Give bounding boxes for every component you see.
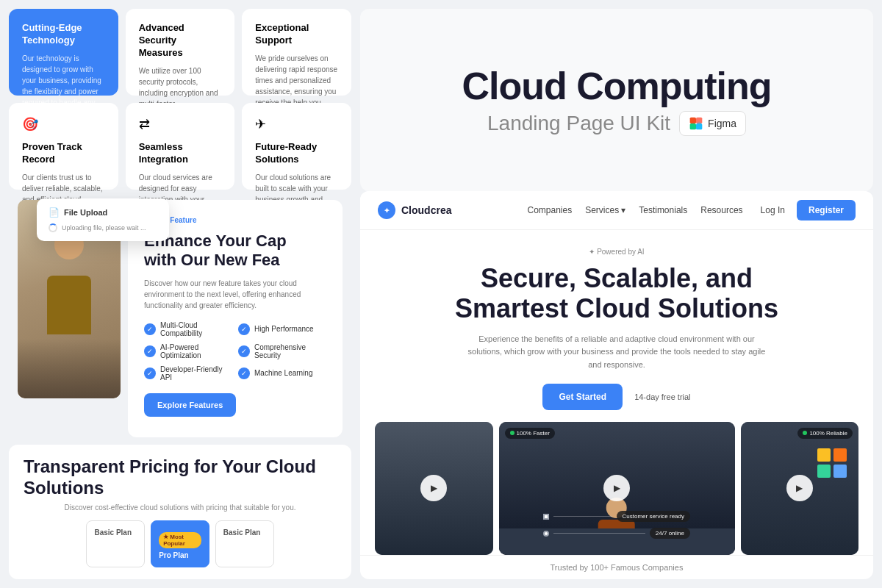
connection-nodes: Customer service ready 24/7 online: [543, 509, 690, 540]
nav-bar: ✦ Cloudcrea Companies Services ▾ Testimo…: [360, 191, 873, 230]
node-line-2: [553, 533, 645, 534]
card-title-1: Cutting-Edge Technology: [22, 22, 105, 47]
video-thumb-3[interactable]: 100% Reliable ▶: [741, 422, 859, 555]
svg-rect-2: [690, 123, 696, 129]
node-label-2: 24/7 online: [650, 528, 690, 539]
hero-buttons: Get Started 14-day free trial: [542, 384, 690, 410]
video-thumb-1[interactable]: ▶ ▶: [375, 422, 493, 555]
video-badge-faster: 100% Faster: [505, 428, 555, 439]
hero-section: ✦ Powered by AI Secure, Scalable, and Sm…: [360, 230, 873, 422]
feature-item-1: ✓ Multi-Cloud Compatibility: [144, 321, 232, 337]
title-block: Cloud Computing Landing Page UI Kit Figm…: [360, 9, 873, 191]
feature-card-future-ready: ✈ Future-Ready Solutions Our cloud solut…: [242, 103, 351, 190]
nav-register-button[interactable]: Register: [797, 200, 856, 220]
nav-login-button[interactable]: Log In: [761, 205, 785, 215]
explore-features-button[interactable]: Explore Features: [144, 393, 236, 417]
trusted-bar: Trusted by 100+ Famous Companies: [360, 555, 873, 579]
card-title-4: Proven Track Record: [22, 141, 105, 166]
sticky-4: [833, 465, 847, 478]
feature-list: ✓ Multi-Cloud Compatibility ✓ High Perfo…: [144, 321, 326, 381]
new-feature-badge: New Feature: [144, 216, 326, 224]
feature-card-support: Exceptional Support We pride ourselves o…: [242, 9, 351, 96]
new-feature-title: Enhance Your Capwith Our New Fea: [144, 232, 326, 270]
feature-label-2: High Performance: [254, 325, 314, 333]
pricing-plans: Basic Plan ★ Most Popular Pro Plan Basic…: [86, 520, 273, 567]
check-icon-2: ✓: [238, 323, 250, 335]
pricing-title: Transparent Pricing for Your Cloud Solut…: [24, 456, 337, 499]
nav-item-resources[interactable]: Resources: [700, 205, 742, 215]
card-title-2: Advanced Security Measures: [139, 22, 222, 60]
node-line-1: [553, 516, 612, 517]
feature-item-6: ✓ Machine Learning: [238, 365, 326, 381]
pricing-desc: Discover cost-effective cloud solutions …: [65, 503, 296, 512]
feature-label-5: Developer-Friendly API: [160, 365, 232, 381]
future-ready-icon: ✈: [255, 116, 338, 132]
nav-item-companies[interactable]: Companies: [527, 205, 572, 215]
hero-title: Secure, Scalable, and Smartest Cloud Sol…: [433, 263, 800, 324]
pricing-section: Transparent Pricing for Your Cloud Solut…: [9, 445, 351, 579]
ai-badge: ✦ Powered by AI: [589, 248, 644, 256]
check-icon-3: ✓: [144, 345, 156, 357]
play-icon-3[interactable]: ▶: [786, 475, 813, 501]
play-icon-1[interactable]: ▶: [420, 475, 447, 501]
feature-label-3: AI-Powered Optimization: [160, 343, 232, 359]
figma-label: Figma: [708, 118, 736, 129]
card-title-6: Future-Ready Solutions: [255, 141, 338, 166]
upload-status: Uploading file, please wait ...: [62, 224, 146, 232]
sticky-2: [833, 448, 847, 462]
plan-label-1: Basic Plan: [94, 528, 137, 537]
sub-title: Landing Page UI Kit: [487, 112, 670, 135]
free-trial-text[interactable]: 14-day free trial: [634, 392, 690, 401]
file-upload-modal: 📄 File Upload Uploading file, please wai…: [37, 198, 169, 241]
feature-card-security: Advanced Security Measures We utilize ov…: [126, 9, 235, 96]
main-title: Cloud Computing: [462, 64, 771, 108]
check-icon-5: ✓: [144, 368, 156, 379]
integration-icon: ⇄: [139, 116, 222, 132]
feature-item-3: ✓ AI-Powered Optimization: [144, 343, 232, 359]
node-dot-2: [543, 531, 549, 537]
nav-items: Companies Services ▾ Testimonials Resour…: [527, 205, 742, 215]
check-icon-1: ✓: [144, 323, 156, 335]
hero-desc: Experience the benefits of a reliable an…: [462, 333, 771, 372]
video-thumb-2[interactable]: 100% Faster ▶ Customer service ready 24/…: [499, 422, 735, 555]
new-feature-desc: Discover how our new feature takes your …: [144, 278, 326, 311]
plan-label-2: Pro Plan: [159, 551, 201, 559]
feature-card-integration: ⇄ Seamless Integration Our cloud service…: [126, 103, 235, 190]
check-icon-4: ✓: [238, 345, 250, 357]
sticky-1: [817, 448, 831, 462]
video-row: ▶ ▶ 100% Faster: [360, 422, 873, 555]
nav-item-testimonials[interactable]: Testimonials: [639, 205, 687, 215]
upload-spinner: [49, 223, 57, 232]
feature-item-5: ✓ Developer-Friendly API: [144, 365, 232, 381]
track-record-icon: 🎯: [22, 116, 105, 132]
status-dot-3: [803, 431, 807, 435]
video-badge-reliable: 100% Reliable: [797, 428, 853, 439]
node-label-1: Customer service ready: [617, 511, 690, 522]
logo: ✦ Cloudcrea: [378, 201, 451, 219]
sticky-3: [817, 465, 831, 478]
card-title-3: Exceptional Support: [255, 22, 338, 47]
svg-rect-0: [690, 118, 696, 123]
logo-icon: ✦: [378, 201, 395, 219]
get-started-button[interactable]: Get Started: [542, 384, 623, 410]
feature-label-6: Machine Learning: [254, 369, 313, 377]
play-icon-2[interactable]: ▶: [603, 475, 630, 501]
file-icon: 📄: [49, 207, 60, 218]
figma-badge: Figma: [679, 111, 746, 136]
feature-item-2: ✓ High Performance: [238, 321, 326, 337]
node-dot-1: [543, 514, 549, 520]
basic-plan-1: Basic Plan: [86, 520, 145, 567]
basic-plan-2: Basic Plan: [215, 520, 274, 567]
plan-label-3: Basic Plan: [223, 528, 266, 537]
sticky-notes: [817, 448, 847, 478]
file-upload-title: File Upload: [64, 208, 107, 217]
feature-card-cutting-edge: Cutting-Edge Technology Our technology i…: [9, 9, 118, 96]
nav-item-services[interactable]: Services ▾: [585, 205, 625, 215]
services-chevron-icon: ▾: [621, 205, 625, 215]
pro-plan: ★ Most Popular Pro Plan: [151, 520, 209, 567]
status-dot: [510, 431, 514, 435]
logo-text: Cloudcrea: [401, 204, 451, 216]
most-popular-badge: ★ Most Popular: [159, 532, 201, 548]
svg-point-4: [698, 122, 701, 126]
card-title-5: Seamless Integration: [139, 141, 222, 166]
